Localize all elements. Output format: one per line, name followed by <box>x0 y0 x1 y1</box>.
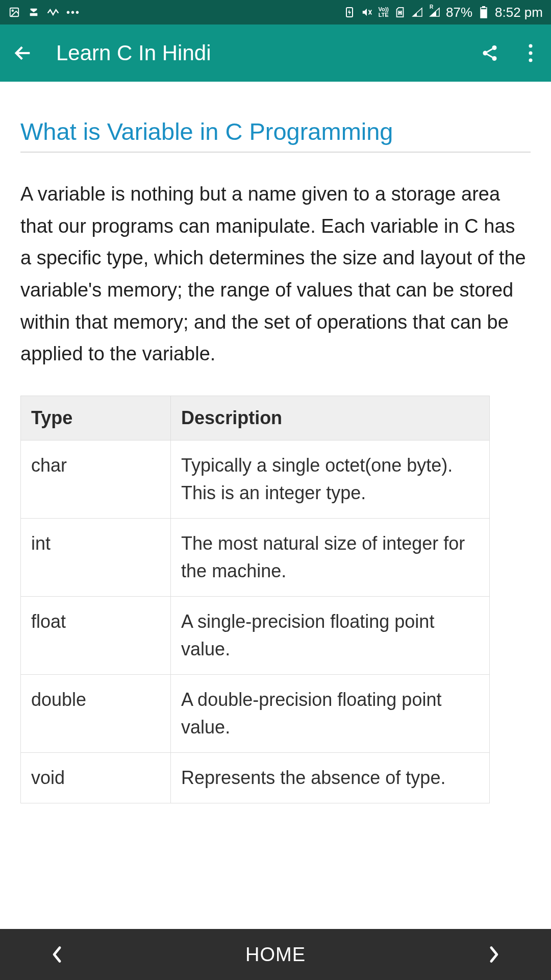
more-menu-button[interactable] <box>520 43 541 63</box>
svg-point-15 <box>492 56 497 61</box>
svg-point-20 <box>529 59 533 62</box>
svg-marker-4 <box>348 9 351 15</box>
svg-point-13 <box>492 45 497 50</box>
app-title: Learn C In Hindi <box>56 41 480 65</box>
cell-type: void <box>21 753 171 803</box>
share-button[interactable] <box>480 43 500 63</box>
cell-desc: A single-precision floating point value. <box>171 597 490 675</box>
table-row: double A double-precision floating point… <box>21 675 490 753</box>
battery-icon <box>478 6 490 18</box>
more-notifications-icon: ••• <box>66 7 80 18</box>
gallery-icon <box>8 6 20 18</box>
clock-time: 8:52 pm <box>495 5 543 20</box>
table-header-type: Type <box>21 396 171 440</box>
svg-rect-11 <box>481 9 487 18</box>
prev-button[interactable] <box>51 946 62 963</box>
signal-2-icon: R <box>429 6 441 18</box>
cell-desc: The most natural size of integer for the… <box>171 519 490 597</box>
cell-desc: Represents the absence of type. <box>171 753 490 803</box>
app-bar: Learn C In Hindi <box>0 24 551 82</box>
page-heading: What is Variable in C Programming <box>20 117 531 153</box>
cell-type: int <box>21 519 171 597</box>
svg-marker-5 <box>363 9 367 16</box>
cell-desc: A double-precision floating point value. <box>171 675 490 753</box>
status-right-icons: Vo)) LTE H R 87% 8:52 pm <box>343 5 543 20</box>
types-table: Type Description char Typically a single… <box>20 396 490 803</box>
table-row: float A single-precision floating point … <box>21 597 490 675</box>
table-row: void Represents the absence of type. <box>21 753 490 803</box>
charging-icon <box>343 6 356 18</box>
app-status-icon <box>47 6 59 18</box>
bottom-nav: HOME <box>0 929 551 980</box>
cell-type: float <box>21 597 171 675</box>
cast-icon <box>28 6 40 18</box>
intro-paragraph: A variable is nothing but a name given t… <box>20 178 531 370</box>
svg-point-18 <box>529 44 533 48</box>
sim-icon: H <box>394 6 406 18</box>
svg-line-16 <box>487 49 493 52</box>
svg-point-19 <box>529 52 533 55</box>
battery-percent: 87% <box>446 5 472 20</box>
cell-desc: Typically a single octet(one byte). This… <box>171 440 490 519</box>
signal-1-icon <box>411 6 423 18</box>
svg-text:H: H <box>398 10 402 15</box>
table-header-description: Description <box>171 396 490 440</box>
cell-type: char <box>21 440 171 519</box>
app-bar-actions <box>480 43 541 63</box>
table-header-row: Type Description <box>21 396 490 440</box>
status-left-icons: ••• <box>8 6 80 18</box>
svg-rect-2 <box>30 13 38 16</box>
main-content: What is Variable in C Programming A vari… <box>0 82 551 824</box>
home-button[interactable]: HOME <box>245 944 306 966</box>
svg-point-14 <box>483 51 488 56</box>
next-button[interactable] <box>489 946 500 963</box>
table-row: int The most natural size of integer for… <box>21 519 490 597</box>
volte-indicator: Vo)) LTE <box>378 7 389 18</box>
back-button[interactable] <box>10 40 36 66</box>
svg-point-1 <box>12 10 13 11</box>
svg-line-17 <box>487 54 493 57</box>
table-row: char Typically a single octet(one byte).… <box>21 440 490 519</box>
mute-icon <box>361 6 373 18</box>
status-bar: ••• Vo)) LTE H R 87% 8:52 pm <box>0 0 551 24</box>
cell-type: double <box>21 675 171 753</box>
